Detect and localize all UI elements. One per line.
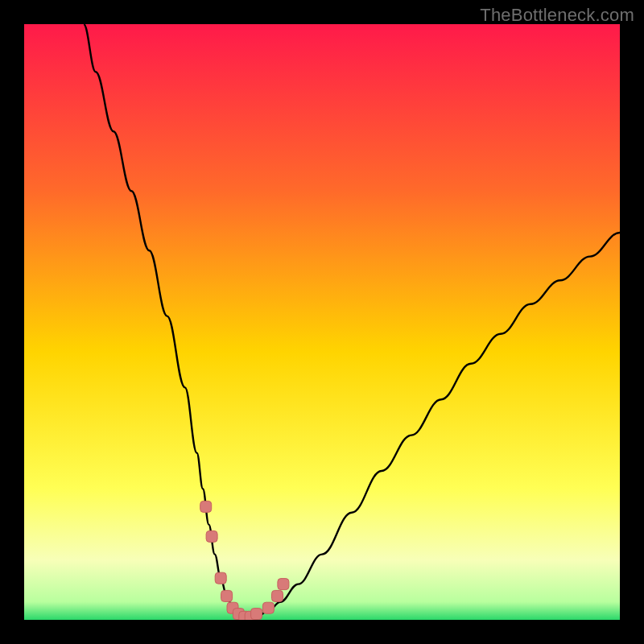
watermark-text: TheBottleneck.com bbox=[480, 5, 634, 26]
curve-layer bbox=[24, 24, 620, 620]
marker-point bbox=[272, 590, 283, 601]
plot-area bbox=[24, 24, 620, 620]
marker-point bbox=[221, 590, 233, 601]
marker-point bbox=[262, 602, 274, 613]
highlight-markers bbox=[200, 501, 289, 620]
bottleneck-curve bbox=[84, 24, 620, 620]
marker-point bbox=[251, 609, 262, 620]
marker-point bbox=[206, 530, 217, 542]
marker-point bbox=[200, 501, 212, 512]
marker-point bbox=[278, 579, 289, 590]
marker-point bbox=[215, 572, 226, 584]
